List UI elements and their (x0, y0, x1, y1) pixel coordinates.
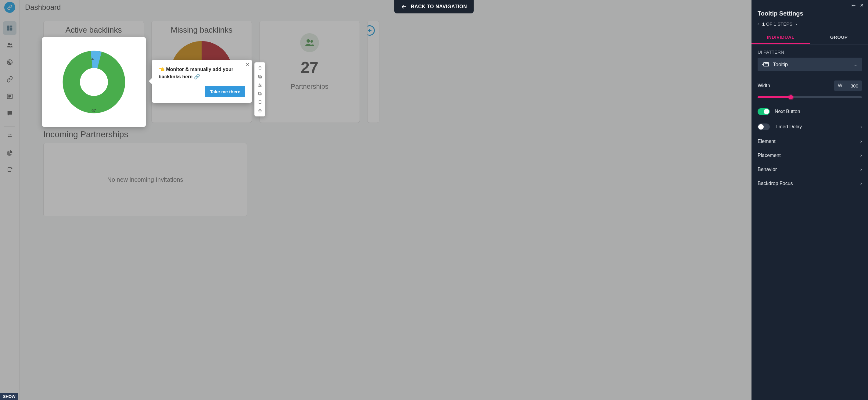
show-button[interactable]: SHOW (0, 393, 18, 400)
incoming-partnerships-heading: Incoming Partnerships (43, 130, 844, 139)
delete-icon[interactable] (255, 64, 264, 72)
nav-list[interactable] (3, 90, 17, 103)
svg-rect-1 (10, 26, 12, 27)
svg-point-18 (307, 39, 310, 43)
partnerships-count: 27 (301, 58, 318, 76)
settings-title: Tooltip Settings (751, 8, 868, 21)
incoming-empty-text: No new incoming Invitations (107, 176, 183, 183)
width-prefix: W (838, 83, 842, 89)
timed-delay-row[interactable]: Timed Delay › (751, 119, 868, 134)
placement-row[interactable]: Placement › (751, 148, 868, 163)
chevron-right-icon: › (860, 139, 862, 144)
bookmark-icon[interactable] (255, 98, 264, 106)
backdrop-label: Backdrop Focus (757, 181, 793, 186)
chevron-right-icon: › (860, 153, 862, 158)
next-button-label: Next Button (775, 109, 800, 114)
close-icon[interactable]: ✕ (246, 62, 249, 67)
svg-point-27 (259, 84, 260, 85)
tooltip-toolbar (254, 62, 265, 116)
collapse-icon[interactable]: ⇤ (851, 2, 856, 8)
svg-rect-3 (7, 28, 9, 31)
next-button-toggle[interactable] (757, 108, 770, 115)
next-button-row: Next Button (751, 104, 868, 119)
svg-rect-32 (259, 93, 261, 95)
layers-icon[interactable] (255, 89, 264, 98)
svg-point-8 (9, 62, 10, 63)
step-current: 1 (762, 21, 765, 27)
width-label: Width (757, 83, 770, 89)
nav-link[interactable] (3, 73, 17, 86)
add-icon[interactable] (367, 25, 375, 36)
incoming-partnerships-panel: No new incoming Invitations (43, 143, 247, 216)
nav-pie[interactable] (3, 146, 17, 160)
sliders-icon[interactable] (255, 81, 264, 89)
placement-label: Placement (757, 153, 781, 158)
svg-point-31 (259, 86, 259, 87)
next-step-button[interactable]: › (796, 21, 797, 27)
card-title: Active backlinks (66, 25, 122, 35)
width-slider[interactable] (757, 96, 862, 98)
app-logo (4, 2, 15, 13)
card-title: Missing backlinks (171, 25, 232, 35)
chevron-right-icon: › (860, 124, 862, 130)
people-icon (300, 33, 319, 52)
behavior-row[interactable]: Behavior › (751, 163, 868, 176)
nav-swap[interactable] (3, 129, 17, 142)
chevron-down-icon: ⌄ (854, 61, 858, 68)
svg-point-35 (259, 110, 260, 111)
nav-target[interactable] (3, 56, 17, 69)
tooltip-bubble: ✕ 👈 Monitor & manually add your backlink… (152, 60, 252, 103)
chevron-right-icon: › (860, 167, 862, 172)
nav-new-doc[interactable] (3, 163, 17, 176)
width-input[interactable] (845, 83, 858, 89)
svg-point-19 (310, 40, 313, 43)
svg-rect-41 (764, 63, 769, 66)
prev-step-button[interactable]: ‹ (757, 21, 759, 27)
svg-point-29 (260, 85, 261, 86)
ui-pattern-select[interactable]: Tooltip ⌄ (757, 58, 862, 71)
donut-value-small: 4 (92, 57, 94, 61)
tab-group[interactable]: GROUP (810, 31, 868, 44)
card-partnerships[interactable]: 27 Partnerships (259, 21, 360, 123)
nav-chat[interactable] (3, 107, 17, 120)
sidebar (0, 0, 20, 400)
nav-people[interactable] (3, 38, 17, 52)
backdrop-focus-row[interactable]: Backdrop Focus › (751, 176, 868, 191)
svg-point-4 (8, 43, 10, 45)
target-icon[interactable] (255, 106, 264, 115)
steps-indicator: ‹ 1 OF 1 STEPS › (751, 21, 868, 31)
svg-point-5 (10, 43, 12, 45)
svg-rect-33 (258, 92, 261, 95)
svg-rect-0 (7, 26, 9, 28)
tooltip-message: 👈 Monitor & manually add your backlinks … (159, 66, 245, 80)
svg-rect-25 (258, 75, 261, 77)
page-title: Dashboard (25, 3, 61, 11)
tab-individual[interactable]: INDIVIDUAL (751, 31, 810, 44)
partnerships-label: Partnerships (291, 82, 329, 91)
width-row: Width W (751, 76, 868, 95)
element-row[interactable]: Element › (751, 134, 868, 148)
card-add[interactable] (367, 21, 379, 123)
nav-dashboard[interactable] (3, 21, 17, 35)
main-area: Dashboard Active backlinks Missing backl… (20, 0, 868, 400)
settings-panel: ⇤ ✕ Tooltip Settings ‹ 1 OF 1 STEPS › IN… (751, 0, 868, 400)
tooltip-cta-button[interactable]: Take me there (205, 86, 245, 97)
timed-delay-toggle[interactable] (757, 124, 770, 130)
behavior-label: Behavior (757, 167, 777, 172)
ui-pattern-label: UI PATTERN (757, 49, 862, 55)
element-label: Element (757, 139, 776, 144)
width-field[interactable]: W (834, 80, 862, 91)
svg-rect-24 (259, 76, 262, 78)
highlighted-card[interactable]: 4 67 (42, 37, 146, 127)
timed-delay-label: Timed Delay (775, 124, 802, 130)
slider-knob[interactable] (789, 95, 793, 99)
svg-rect-13 (8, 168, 11, 172)
tooltip-icon (762, 62, 769, 67)
ui-pattern-value: Tooltip (773, 62, 788, 68)
close-icon[interactable]: ✕ (860, 2, 864, 8)
chevron-right-icon: › (860, 181, 862, 186)
donut-value-big: 67 (92, 108, 96, 113)
back-to-navigation-button[interactable]: BACK TO NAVIGATION (394, 0, 474, 13)
active-backlinks-donut: 4 67 (61, 49, 127, 115)
copy-icon[interactable] (255, 72, 264, 81)
